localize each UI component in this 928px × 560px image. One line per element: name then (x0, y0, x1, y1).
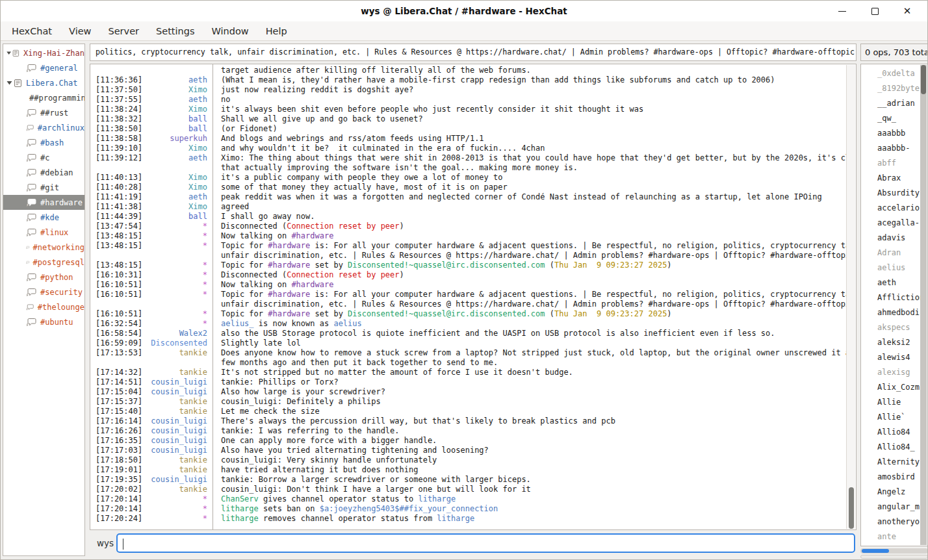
chat-scrollbar-thumb[interactable] (849, 487, 854, 529)
message-segment: is now known as (254, 319, 334, 328)
menu-settings[interactable]: Settings (148, 21, 203, 41)
tree-item-kde[interactable]: #kde (3, 210, 84, 225)
tree-item-debian[interactable]: #debian (3, 165, 84, 180)
menu-window[interactable]: Window (203, 21, 257, 41)
userlist-hscrollbar-track[interactable] (860, 555, 928, 559)
user-item[interactable]: Allie (861, 395, 927, 410)
tree-item-postgresql[interactable]: #postgresql (3, 255, 84, 270)
user-item[interactable]: acegalla- (861, 216, 927, 231)
chat-row: [17:14:32]tankieIt's not stripped but no… (90, 368, 847, 377)
user-item[interactable]: adavis (861, 231, 927, 246)
message: cousin_luigi: Don't think I have a large… (221, 485, 531, 494)
tree-item-linux[interactable]: #linux (3, 225, 84, 240)
menu-view[interactable]: View (60, 21, 99, 41)
userlist-scrollbar-thumb[interactable] (921, 65, 926, 94)
user-item[interactable]: Angelz (861, 485, 927, 500)
user-item[interactable]: _0xdelta (861, 66, 927, 81)
tree-item-c[interactable]: #c (3, 150, 84, 165)
tree-item-archlinux[interactable]: #archlinux (3, 120, 84, 135)
user-item[interactable]: alexisg (861, 365, 927, 380)
tree-item-rust[interactable]: ##rust (3, 105, 84, 120)
message-input[interactable] (118, 535, 854, 552)
user-item[interactable]: aleksi2 (861, 335, 927, 350)
channel-icon (26, 288, 37, 297)
own-nick-label: wys (97, 533, 114, 553)
message: (or Fidonet) (221, 124, 277, 134)
nick: ball (142, 124, 207, 134)
expander-icon[interactable] (6, 49, 12, 57)
user-item[interactable]: Alternity (861, 455, 927, 470)
user-item[interactable]: Absurdity (861, 186, 927, 201)
timestamp (96, 299, 142, 309)
channel-icon (26, 303, 34, 312)
nick: Ximo (142, 173, 207, 183)
tree-item-thelounge[interactable]: #thelounge (3, 299, 84, 314)
menu-hexchat[interactable]: HexChat (3, 21, 60, 41)
user-item[interactable]: abff (861, 156, 927, 171)
nick: tankie (142, 368, 207, 377)
message-segment: Disconsented!~quassel@irc.disconsented.c… (348, 309, 545, 318)
tree-item-label: #debian (40, 168, 73, 177)
tree-item-xing-hai-zhan[interactable]: Xing-Hai-Zhan (3, 45, 84, 60)
user-item[interactable]: Affliction (861, 290, 927, 305)
user-item[interactable]: accelario (861, 201, 927, 216)
message: also the USB Storage protocol is quiote … (221, 329, 775, 338)
userlist-hscrollbar-thumb[interactable] (862, 549, 889, 553)
user-item[interactable]: akspecs (861, 320, 927, 335)
chat-row: [11:44:39]ballI shall go away now. (90, 212, 847, 222)
userlist-hscrollbar[interactable] (860, 548, 928, 554)
tree-item-libera.chat[interactable]: Libera.Chat (3, 75, 84, 90)
tree-item-programming[interactable]: ##programming (3, 90, 84, 105)
user-item[interactable]: Allie` (861, 410, 927, 425)
chat-row: [17:18:50]tankiecousin_luigi: Very skinn… (90, 455, 847, 465)
message-entry[interactable] (116, 533, 855, 553)
user-item[interactable]: anotheryo (861, 515, 927, 529)
nick (142, 66, 207, 75)
message-segment: Disconnected ( (221, 222, 287, 231)
tree-item-general[interactable]: #general (3, 60, 84, 75)
user-item[interactable]: Adran (861, 246, 927, 261)
user-item[interactable]: __adrian (861, 96, 927, 111)
user-item[interactable]: ahmedbodi (861, 305, 927, 320)
menu-server[interactable]: Server (99, 21, 148, 41)
menu-help[interactable]: Help (257, 21, 296, 41)
userlist-scrollbar[interactable] (920, 65, 927, 545)
chat-row: [17:14:51]cousin_luigitankie: Phillips o… (90, 377, 847, 387)
user-item[interactable]: aelius (861, 261, 927, 275)
topic-input[interactable]: politics, cryptocurrency talk, unfair di… (90, 44, 857, 61)
tree-item-label: #postgresql (33, 258, 84, 267)
message-segment: few months ago and then put it back toge… (221, 358, 498, 367)
message-segment: Topic for (221, 261, 268, 270)
user-item[interactable]: Allio84 (861, 425, 927, 440)
user-item[interactable]: angular_m (861, 500, 927, 515)
user-item[interactable]: ante (861, 529, 927, 544)
user-item[interactable]: _8192byte (861, 81, 927, 96)
close-button[interactable]: ✕ (891, 1, 923, 21)
tree-item-python[interactable]: #python (3, 270, 84, 285)
user-item[interactable]: alewis4 (861, 350, 927, 365)
timestamp: [17:16:35] (96, 436, 142, 446)
tree-item-hardware[interactable]: #hardware (3, 195, 84, 210)
user-item[interactable]: aaabbb (861, 126, 927, 141)
message: agreed (221, 202, 249, 212)
user-item[interactable]: aaabbb- (861, 141, 927, 156)
tree-item-git[interactable]: #git (3, 180, 84, 195)
chat-row: [16:10:51]*Now talking on #hardware (90, 280, 847, 290)
maximize-button[interactable] (858, 1, 891, 21)
user-item[interactable]: amosbird (861, 470, 927, 485)
tree-item-networking[interactable]: #networking (3, 240, 84, 255)
user-item[interactable]: aeth (861, 275, 927, 290)
user-item[interactable]: _qw_ (861, 111, 927, 126)
nick: ball (142, 114, 207, 124)
minimize-button[interactable] (826, 1, 858, 21)
tree-item-ubuntu[interactable]: #ubuntu (3, 314, 84, 329)
server-tree: Xing-Hai-Zhan#generalLibera.Chat##progra… (3, 44, 85, 556)
tree-item-security[interactable]: #security (3, 285, 84, 299)
user-item[interactable]: Allio84_ (861, 440, 927, 455)
user-item[interactable]: Abrax (861, 171, 927, 186)
user-item[interactable]: Alix_Cozm (861, 380, 927, 395)
chat-scrollbar[interactable] (846, 65, 855, 529)
tree-item-bash[interactable]: #bash (3, 135, 84, 150)
expander-icon[interactable] (6, 79, 13, 86)
title-bar[interactable]: wys @ Libera.Chat / #hardware - HexChat … (1, 1, 927, 21)
